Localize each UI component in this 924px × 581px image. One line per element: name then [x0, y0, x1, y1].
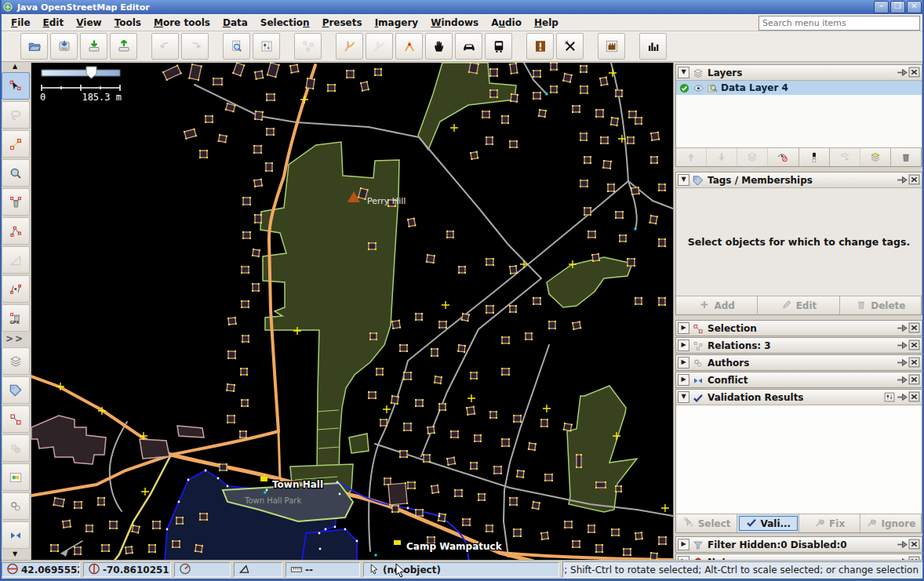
map-building[interactable]	[438, 403, 446, 411]
map-building[interactable]	[649, 552, 658, 560]
map-building[interactable]	[631, 187, 640, 195]
map-building[interactable]	[595, 481, 606, 488]
map-area[interactable]: Perry HillTown HallTown Hall ParkCamp Wa…	[31, 63, 673, 560]
map-building[interactable]	[486, 258, 494, 266]
expand-toggle-icon[interactable]: ▶	[678, 374, 689, 386]
map-building[interactable]	[513, 528, 522, 537]
save-button[interactable]	[50, 33, 78, 60]
menu-search-input[interactable]	[758, 16, 920, 31]
left-toolbar-scroll-up[interactable]: ▲	[2, 63, 28, 71]
map-building[interactable]	[374, 68, 382, 76]
tool-seltool[interactable]	[2, 405, 30, 433]
map-building[interactable]	[615, 211, 624, 219]
map-building[interactable]	[195, 544, 203, 553]
map-building[interactable]	[227, 415, 235, 423]
map-building[interactable]	[572, 105, 580, 113]
map-building[interactable]	[572, 321, 582, 330]
menu-data[interactable]: Data	[216, 16, 254, 30]
map-building[interactable]	[544, 474, 553, 481]
mergeway-button[interactable]	[395, 33, 423, 60]
map-building[interactable]	[172, 540, 180, 548]
map-building[interactable]	[109, 521, 118, 529]
map-building[interactable]	[368, 242, 377, 250]
menu-edit[interactable]: Edit	[37, 16, 71, 30]
validation-validate-button[interactable]: Vali...	[737, 514, 798, 532]
map-building[interactable]	[528, 442, 537, 451]
download-button[interactable]	[80, 33, 107, 60]
map-building[interactable]	[62, 520, 71, 528]
map-building[interactable]	[470, 372, 478, 379]
map-building[interactable]	[658, 238, 666, 247]
menu-view[interactable]: View	[70, 16, 107, 30]
map-building[interactable]	[548, 321, 556, 329]
bus-button[interactable]	[485, 33, 512, 60]
map-building[interactable]	[438, 513, 446, 522]
map-building[interactable]	[540, 532, 549, 540]
collapse-toggle-icon[interactable]: ▼	[678, 174, 689, 186]
map-building[interactable]	[427, 426, 435, 434]
maximize-button[interactable]: ❒	[890, 1, 905, 13]
map-building[interactable]	[600, 136, 609, 144]
map-building[interactable]	[101, 544, 110, 552]
map-building[interactable]	[50, 544, 59, 552]
map-building[interactable]	[509, 305, 517, 313]
map-building[interactable]	[438, 321, 447, 329]
tool-select[interactable]	[2, 72, 30, 100]
map-building[interactable]	[239, 430, 247, 438]
menu-file[interactable]: File	[5, 16, 37, 30]
map-building[interactable]	[254, 111, 264, 121]
map-building[interactable]	[635, 297, 642, 305]
map-building[interactable]	[213, 78, 223, 85]
map-building[interactable]	[217, 134, 227, 143]
map-building[interactable]	[501, 438, 510, 447]
map-building[interactable]	[564, 521, 573, 528]
tool-unglue[interactable]	[2, 217, 30, 245]
map-building[interactable]	[635, 117, 642, 125]
map-building[interactable]	[227, 317, 237, 325]
map-building[interactable]	[493, 466, 502, 474]
map-building[interactable]	[486, 136, 493, 145]
pin-icon[interactable]	[896, 392, 908, 402]
tool-gpxtrash[interactable]: GPX	[2, 304, 30, 332]
close-icon[interactable]	[908, 375, 920, 385]
tool-parallel[interactable]	[2, 275, 30, 303]
menu-presets[interactable]: Presets	[316, 16, 369, 30]
menu-imagery[interactable]: Imagery	[369, 16, 425, 30]
map-building[interactable]	[538, 109, 547, 118]
map-building[interactable]	[595, 544, 603, 553]
map-building[interactable]	[562, 423, 573, 432]
map-building[interactable]	[509, 497, 518, 506]
close-icon[interactable]	[908, 340, 920, 350]
map-building[interactable]	[254, 214, 262, 223]
map-building[interactable]	[415, 313, 423, 321]
map-building[interactable]	[253, 145, 262, 154]
map-building[interactable]	[533, 70, 541, 78]
map-building[interactable]	[610, 117, 619, 126]
map-building[interactable]	[423, 454, 431, 463]
map-building[interactable]	[580, 180, 588, 187]
menu-tools[interactable]: Tools	[108, 16, 147, 30]
map-building[interactable]	[458, 266, 466, 274]
map-building[interactable]	[97, 497, 105, 506]
map-building[interactable]	[431, 348, 438, 357]
prefs-button[interactable]	[253, 33, 280, 60]
expand-toggle-icon[interactable]: ▶	[678, 539, 689, 550]
map-building[interactable]	[533, 297, 541, 305]
pin-icon[interactable]	[896, 67, 908, 78]
tool-conflict[interactable]	[2, 521, 30, 549]
map-building[interactable]	[615, 89, 623, 97]
map-building[interactable]	[454, 489, 463, 497]
close-icon[interactable]	[908, 67, 920, 78]
tool-zoomtool[interactable]	[2, 159, 30, 187]
tool-authors2[interactable]	[2, 492, 30, 520]
left-toolbar-more[interactable]: >>	[2, 333, 28, 346]
map-building[interactable]	[125, 546, 133, 554]
map-building[interactable]	[242, 197, 251, 205]
map-building[interactable]	[516, 470, 525, 478]
map-building[interactable]	[457, 344, 466, 353]
map-building[interactable]	[509, 265, 518, 274]
map-building[interactable]	[265, 162, 273, 172]
map-building[interactable]	[199, 150, 208, 158]
map-canvas[interactable]: Perry HillTown HallTown Hall ParkCamp Wa…	[31, 63, 673, 560]
map-building[interactable]	[572, 540, 580, 548]
